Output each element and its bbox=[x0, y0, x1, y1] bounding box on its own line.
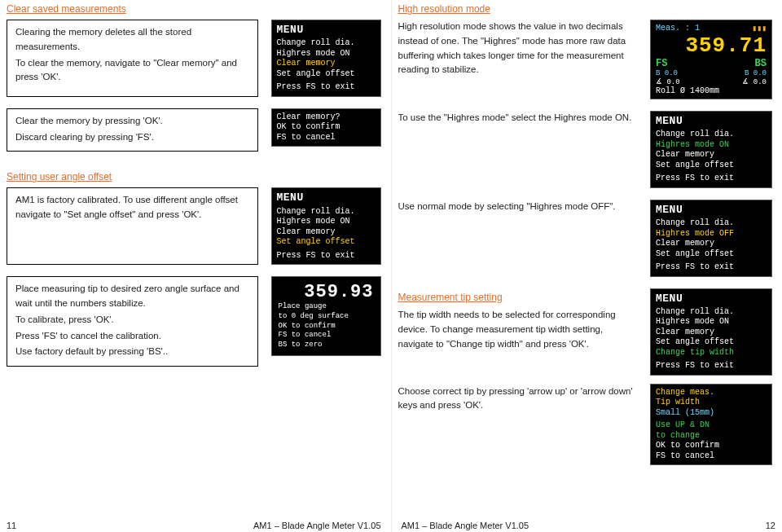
page-11: Clear saved measurements Clearing the me… bbox=[0, 0, 392, 532]
heading-tip-setting: Measurement tip setting bbox=[398, 290, 638, 306]
lcd-line-value: Small (15mm) bbox=[656, 408, 767, 419]
meas-footer: Roll Ø 1400mm bbox=[656, 86, 767, 95]
lcd-line: Tip width bbox=[656, 398, 767, 408]
confirm-screenshot: Clear memory? OK to confirm FS to cancel bbox=[271, 108, 381, 147]
paragraph: To calibrate, press 'OK'. bbox=[15, 313, 249, 328]
heading-highres: High resolution mode bbox=[398, 3, 773, 15]
menu-screenshot-highres-off: MENU Change roll dia. Highres mode OFF C… bbox=[650, 200, 772, 277]
paragraph: Clearing the memory deletes all the stor… bbox=[15, 25, 249, 55]
lcd-line: Change roll dia. bbox=[656, 307, 767, 318]
paragraph: Use factory default by pressing 'BS'.. bbox=[15, 345, 249, 359]
lcd-line: OK to confirm bbox=[279, 322, 374, 332]
doc-title: AM1 – Blade Angle Meter V1.05 bbox=[402, 521, 529, 530]
lcd-line-selected: Change tip width bbox=[656, 348, 767, 358]
footer-left: 11 AM1 – Blade Angle Meter V1.05 bbox=[7, 521, 381, 530]
paragraph: Press 'FS' to cancel the calibration. bbox=[15, 329, 249, 344]
lcd-footer: Press FS to exit bbox=[656, 361, 767, 372]
lcd-line: OK to confirm bbox=[277, 122, 376, 133]
lcd-line: Change roll dia. bbox=[277, 207, 376, 218]
lcd-line: Set angle offset bbox=[656, 160, 767, 171]
lcd-title: MENU bbox=[656, 115, 767, 128]
highres-block1: High resolution mode shows the value in … bbox=[398, 20, 638, 99]
page-number: 11 bbox=[7, 521, 16, 530]
fs-label: FS bbox=[656, 58, 667, 69]
meas-sub: ∡ 0.0 bbox=[742, 77, 767, 86]
lcd-footer: Press FS to exit bbox=[656, 262, 767, 273]
meas-label: Meas. : 1 bbox=[656, 24, 700, 33]
doc-title: AM1 – Blade Angle Meter V1.05 bbox=[253, 521, 381, 530]
lcd-title: MENU bbox=[277, 191, 376, 204]
calib-value: 359.93 bbox=[279, 282, 374, 302]
lcd-line: Change roll dia. bbox=[277, 38, 376, 49]
paragraph: To use the "Highres mode" select the Hig… bbox=[398, 111, 638, 125]
clear-saved-block2: Clear the memory by pressing 'OK'. Disca… bbox=[7, 108, 258, 152]
lcd-footer: Press FS to exit bbox=[277, 82, 376, 93]
lcd-line: Clear memory bbox=[656, 328, 767, 338]
meas-sub: B 0.0 bbox=[745, 69, 767, 77]
paragraph: Clear the memory by pressing 'OK'. bbox=[15, 114, 249, 129]
paragraph: High resolution mode shows the value in … bbox=[398, 20, 638, 77]
lcd-line: Set angle offset bbox=[656, 337, 767, 348]
lcd-line: OK to confirm bbox=[656, 441, 767, 451]
lcd-title: MENU bbox=[656, 292, 767, 306]
lcd-line: FS to cancel bbox=[277, 133, 376, 143]
highres-block3: Use normal mode by selecting "Highres mo… bbox=[398, 200, 638, 277]
lcd-line-selected: Set angle offset bbox=[277, 237, 376, 248]
lcd-line: Use UP & DN bbox=[656, 420, 767, 431]
lcd-line: Change roll dia. bbox=[656, 130, 767, 140]
lcd-line: FS to cancel bbox=[656, 451, 767, 462]
calib-screenshot: 359.93 Place gauge to 0 deg surface OK t… bbox=[271, 276, 381, 355]
tip-text-column: Measurement tip setting The tip width ne… bbox=[398, 288, 638, 415]
heading-clear-saved: Clear saved measurements bbox=[7, 3, 381, 15]
meas-display-screenshot: Meas. : 1▮▮▮ 359.71 FSBS B 0.0B 0.0 ∡ 0.… bbox=[650, 20, 772, 99]
lcd-line: to change bbox=[656, 431, 767, 442]
lcd-line: Clear memory bbox=[656, 239, 767, 249]
lcd-footer: Press FS to exit bbox=[277, 251, 376, 262]
clear-saved-block1: Clearing the memory deletes all the stor… bbox=[7, 20, 258, 97]
lcd-line-selected: Highres mode OFF bbox=[656, 229, 767, 240]
lcd-title: MENU bbox=[277, 24, 376, 37]
angle-offset-block1: AM1 is factory calibrated. To use differ… bbox=[7, 187, 258, 265]
tip-select-screenshot: Change meas. Tip width Small (15mm) Use … bbox=[650, 384, 772, 466]
bs-label: BS bbox=[755, 58, 767, 69]
angle-offset-block2: Place measuring tip to desired zero angl… bbox=[7, 276, 258, 367]
paragraph: To clear the memory, navigate to "Clear … bbox=[15, 56, 249, 86]
lcd-line: Set angle offset bbox=[656, 249, 767, 260]
lcd-line: Clear memory? bbox=[277, 112, 376, 123]
lcd-line: Clear memory bbox=[656, 150, 767, 160]
paragraph: Place measuring tip to desired zero angl… bbox=[15, 282, 249, 311]
lcd-line: Place gauge bbox=[279, 302, 374, 312]
lcd-line: BS to zero bbox=[279, 341, 374, 350]
highres-block2: To use the "Highres mode" select the Hig… bbox=[398, 111, 638, 188]
paragraph: Choose correct tip by pressing 'arrow up… bbox=[398, 385, 638, 414]
lcd-line: Clear memory bbox=[277, 227, 376, 238]
page-number: 12 bbox=[766, 521, 775, 530]
lcd-line: Highres mode ON bbox=[277, 217, 376, 227]
lcd-line: FS to cancel bbox=[279, 331, 374, 341]
paragraph: AM1 is factory calibrated. To use differ… bbox=[15, 193, 249, 222]
footer-right: AM1 – Blade Angle Meter V1.05 12 bbox=[402, 521, 776, 530]
menu-screenshot-offset: MENU Change roll dia. Highres mode ON Cl… bbox=[271, 187, 381, 265]
menu-screenshot-clear: MENU Change roll dia. Highres mode ON Cl… bbox=[271, 20, 381, 97]
paragraph: Use normal mode by selecting "Highres mo… bbox=[398, 200, 638, 214]
lcd-footer: Press FS to exit bbox=[656, 174, 767, 184]
meas-sub: B 0.0 bbox=[656, 69, 678, 77]
meas-sub: ∡ 0.0 bbox=[656, 77, 680, 86]
menu-screenshot-tip: MENU Change roll dia. Highres mode ON Cl… bbox=[650, 288, 772, 376]
lcd-line: Change roll dia. bbox=[656, 218, 767, 229]
lcd-line: Highres mode ON bbox=[277, 49, 376, 59]
battery-icon: ▮▮▮ bbox=[752, 24, 767, 33]
meas-value: 359.71 bbox=[656, 33, 767, 58]
lcd-line: Highres mode ON bbox=[656, 317, 767, 328]
lcd-title: MENU bbox=[656, 204, 767, 217]
menu-screenshot-highres-on: MENU Change roll dia. Highres mode ON Cl… bbox=[650, 111, 772, 188]
lcd-line-selected: Highres mode ON bbox=[656, 140, 767, 151]
lcd-line: to 0 deg surface bbox=[279, 312, 374, 322]
lcd-line-selected: Clear memory bbox=[277, 59, 376, 69]
paragraph: The tip width needs to be selected for c… bbox=[398, 308, 638, 351]
page-12: High resolution mode High resolution mod… bbox=[392, 0, 783, 532]
heading-angle-offset: Setting user angle offset bbox=[7, 171, 381, 182]
paragraph: Discard clearing by pressing 'FS'. bbox=[15, 130, 249, 145]
lcd-line: Set angle offset bbox=[277, 69, 376, 80]
lcd-line: Change meas. bbox=[656, 388, 767, 398]
